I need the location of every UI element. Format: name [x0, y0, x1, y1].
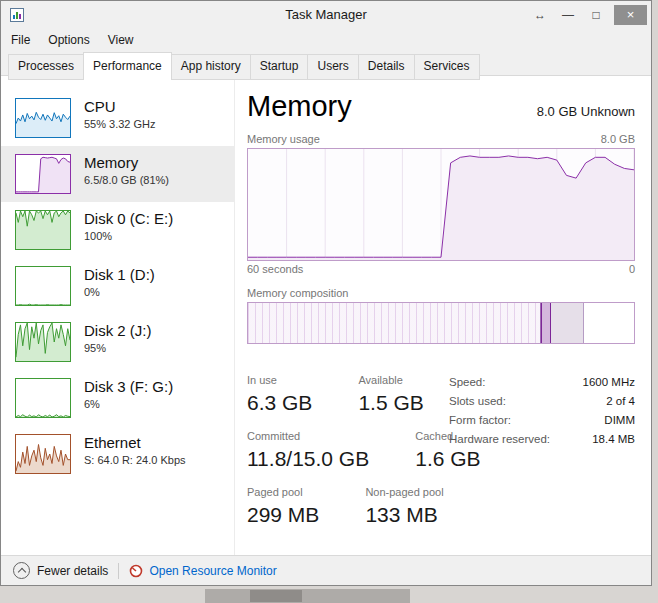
memory-composition-bar	[247, 302, 635, 344]
sidebar-item-stats: 0%	[84, 286, 155, 298]
stat-paged-pool: Paged pool 299 MB	[247, 486, 319, 527]
sidebar-item-disk3[interactable]: Disk 3 (F: G:) 6%	[1, 370, 234, 426]
sidebar-item-title: Disk 0 (C: E:)	[84, 210, 173, 227]
composition-segment-standby	[551, 303, 584, 343]
minimize-button[interactable]: —	[554, 8, 582, 22]
sidebar-item-title: Disk 1 (D:)	[84, 266, 155, 283]
sidebar-item-stats: 6%	[84, 398, 173, 410]
axis-left-label: 60 seconds	[247, 263, 303, 275]
hardware-info: Speed: 1600 MHz Slots used: 2 of 4 Form …	[449, 376, 635, 452]
disk0-mini-graph	[15, 210, 71, 250]
composition-segment-free	[584, 303, 634, 343]
usage-graph-max: 8.0 GB	[601, 133, 635, 145]
usage-graph-axis: 60 seconds 0	[247, 263, 635, 275]
titlebar: Task Manager ↔ — □ ×	[1, 1, 651, 29]
menu-options[interactable]: Options	[40, 29, 97, 51]
sidebar-item-disk0[interactable]: Disk 0 (C: E:) 100%	[1, 202, 234, 258]
axis-right-label: 0	[629, 263, 635, 275]
performance-sidebar: CPU 55% 3.32 GHz Memory 6.5/8.0 GB (81%)…	[1, 76, 235, 555]
disk3-mini-graph	[15, 378, 71, 418]
usage-graph-header: Memory usage 8.0 GB	[247, 133, 635, 145]
stat-in-use: In use 6.3 GB	[247, 374, 312, 415]
stat-non-paged-pool: Non-paged pool 133 MB	[365, 486, 443, 527]
sidebar-item-memory[interactable]: Memory 6.5/8.0 GB (81%)	[1, 146, 234, 202]
composition-segment-modified	[541, 303, 551, 343]
maximize-button[interactable]: □	[582, 8, 610, 22]
background-window-fragment	[205, 589, 410, 603]
sidebar-item-title: Ethernet	[84, 434, 186, 451]
fewer-details-button[interactable]: Fewer details	[13, 562, 108, 579]
sidebar-item-stats: 6.5/8.0 GB (81%)	[84, 174, 169, 186]
background-window-tab-fragment	[250, 590, 302, 602]
composition-segment-in-use	[248, 303, 541, 343]
memory-mini-graph	[15, 154, 71, 194]
sidebar-item-cpu[interactable]: CPU 55% 3.32 GHz	[1, 90, 234, 146]
sidebar-item-title: Memory	[84, 154, 169, 171]
tab-processes[interactable]: Processes	[8, 54, 84, 80]
resource-monitor-label: Open Resource Monitor	[149, 564, 276, 578]
stats-row: Paged pool 299 MB Non-paged pool 133 MB	[247, 486, 635, 527]
resize-arrows-icon[interactable]: ↔	[526, 8, 554, 22]
info-hardware-reserved: Hardware reserved: 18.4 MB	[449, 433, 635, 445]
sidebar-item-stats: 55% 3.32 GHz	[84, 118, 156, 130]
footer-divider	[118, 563, 119, 579]
task-manager-app-icon	[10, 8, 24, 22]
tab-services[interactable]: Services	[414, 54, 480, 80]
resource-monitor-icon	[129, 564, 143, 578]
performance-content: CPU 55% 3.32 GHz Memory 6.5/8.0 GB (81%)…	[1, 75, 651, 555]
tab-details[interactable]: Details	[358, 54, 415, 80]
usage-graph-title: Memory usage	[247, 133, 320, 145]
stat-committed: Committed 11.8/15.0 GB	[247, 430, 369, 471]
window-controls: ↔ — □ ×	[526, 1, 649, 29]
info-slots-used: Slots used: 2 of 4	[449, 395, 635, 407]
task-manager-window: Task Manager ↔ — □ × File Options View P…	[0, 0, 652, 586]
composition-title: Memory composition	[247, 287, 635, 299]
stat-available: Available 1.5 GB	[358, 374, 423, 415]
tab-performance[interactable]: Performance	[83, 52, 172, 80]
sidebar-item-stats: S: 64.0 R: 24.0 Kbps	[84, 454, 186, 466]
memory-usage-graph	[247, 148, 635, 261]
sidebar-item-stats: 100%	[84, 230, 173, 242]
fewer-details-label: Fewer details	[37, 564, 108, 578]
sidebar-item-ethernet[interactable]: Ethernet S: 64.0 R: 24.0 Kbps	[1, 426, 234, 482]
tab-strip: Processes Performance App history Startu…	[9, 54, 480, 80]
footer-bar: Fewer details Open Resource Monitor	[1, 555, 651, 585]
menu-file[interactable]: File	[3, 29, 38, 51]
chevron-up-icon	[13, 562, 30, 579]
sidebar-item-title: Disk 2 (J:)	[84, 322, 152, 339]
disk1-mini-graph	[15, 266, 71, 306]
memory-detail-panel: Memory 8.0 GB Unknown Memory usage 8.0 G…	[247, 76, 635, 542]
disk2-mini-graph	[15, 322, 71, 362]
ethernet-mini-graph	[15, 434, 71, 474]
panel-header: Memory 8.0 GB Unknown	[247, 90, 635, 123]
memory-total-label: 8.0 GB Unknown	[537, 104, 635, 119]
panel-title: Memory	[247, 90, 352, 123]
tab-startup[interactable]: Startup	[250, 54, 309, 80]
menu-view[interactable]: View	[100, 29, 142, 51]
sidebar-item-title: Disk 3 (F: G:)	[84, 378, 173, 395]
tab-app-history[interactable]: App history	[171, 54, 251, 80]
menubar: File Options View	[3, 29, 142, 51]
open-resource-monitor-link[interactable]: Open Resource Monitor	[129, 564, 276, 578]
info-form-factor: Form factor: DIMM	[449, 414, 635, 426]
sidebar-item-title: CPU	[84, 98, 156, 115]
cpu-mini-graph	[15, 98, 71, 138]
tab-users[interactable]: Users	[307, 54, 358, 80]
close-button[interactable]: ×	[614, 5, 647, 25]
sidebar-item-disk2[interactable]: Disk 2 (J:) 95%	[1, 314, 234, 370]
sidebar-item-disk1[interactable]: Disk 1 (D:) 0%	[1, 258, 234, 314]
info-speed: Speed: 1600 MHz	[449, 376, 635, 388]
sidebar-item-stats: 95%	[84, 342, 152, 354]
memory-stats: In use 6.3 GB Available 1.5 GB Committed…	[247, 374, 635, 527]
